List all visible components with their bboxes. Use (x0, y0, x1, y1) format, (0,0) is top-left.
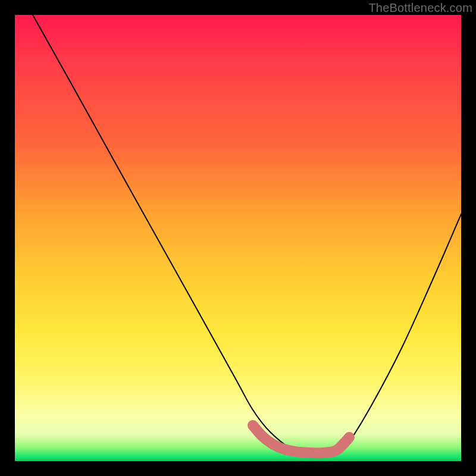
watermark-text: TheBottleneck.com (368, 1, 472, 15)
curve-svg (15, 15, 461, 461)
bottleneck-curve (33, 15, 461, 454)
chart-frame: TheBottleneck.com (0, 0, 476, 476)
plot-area (15, 15, 461, 461)
